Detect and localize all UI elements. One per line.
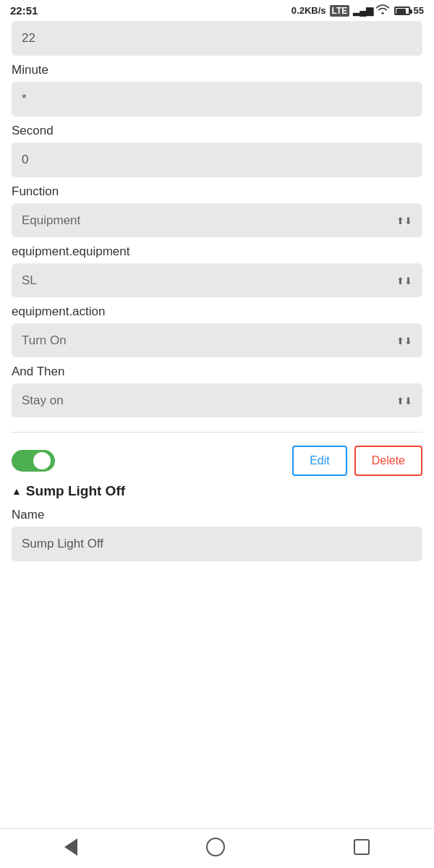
status-bar-right: 0.2KB/s LTE ▂▄▆ 55: [292, 4, 424, 17]
second-input[interactable]: [12, 142, 422, 177]
function-label: Function: [12, 184, 422, 199]
minute-label: Minute: [12, 63, 422, 77]
toggle-on-label: on: [41, 456, 51, 465]
action-row: on Edit Delete: [12, 443, 422, 483]
status-time: 22:51: [10, 4, 38, 17]
signal-bars-icon: ▂▄▆: [353, 5, 372, 16]
toggle-wrapper: on: [12, 450, 55, 472]
section-title-text: Sump Light Off: [26, 483, 125, 499]
card-buttons: Edit Delete: [292, 446, 422, 476]
and-then-select-wrapper: Stay on Turn off Nothing ⬆⬇: [12, 383, 422, 417]
function-select-wrapper: Equipment Scene Timer Macro ⬆⬇: [12, 203, 422, 237]
and-then-field-group: And Then Stay on Turn off Nothing ⬆⬇: [12, 365, 422, 417]
second-field-group: Second: [12, 124, 422, 177]
home-button[interactable]: [206, 838, 225, 856]
bottom-nav: [0, 828, 434, 868]
network-type: LTE: [330, 5, 350, 17]
function-select[interactable]: Equipment Scene Timer Macro: [12, 203, 422, 237]
name-field-group: Name: [12, 508, 422, 561]
equipment-equipment-select-wrapper: SL SL2 SL3 ⬆⬇: [12, 263, 422, 297]
name-label: Name: [12, 508, 422, 522]
equipment-equipment-select[interactable]: SL SL2 SL3: [12, 263, 422, 297]
toggle-slider: on: [12, 450, 55, 472]
battery-level: 55: [414, 5, 424, 16]
and-then-label: And Then: [12, 365, 422, 379]
recents-button[interactable]: [354, 839, 370, 855]
enabled-toggle[interactable]: on: [12, 450, 55, 472]
hour-input[interactable]: [12, 21, 422, 56]
home-icon: [206, 838, 225, 856]
minute-field-group: Minute: [12, 63, 422, 116]
section-title: ▲ Sump Light Off: [12, 483, 422, 499]
chevron-up-icon: ▲: [12, 485, 22, 497]
function-field-group: Function Equipment Scene Timer Macro ⬆⬇: [12, 184, 422, 237]
data-speed: 0.2KB/s: [292, 5, 326, 16]
edit-button[interactable]: Edit: [292, 446, 347, 476]
equipment-action-select-wrapper: Turn On Turn Off Toggle ⬆⬇: [12, 323, 422, 357]
second-label: Second: [12, 124, 422, 138]
equipment-action-select[interactable]: Turn On Turn Off Toggle: [12, 323, 422, 357]
back-button[interactable]: [64, 838, 77, 856]
name-input[interactable]: [12, 527, 422, 561]
delete-button[interactable]: Delete: [354, 446, 422, 476]
back-icon: [64, 838, 77, 856]
and-then-select[interactable]: Stay on Turn off Nothing: [12, 383, 422, 417]
equipment-action-label: equipment.action: [12, 305, 422, 319]
equipment-equipment-label: equipment.equipment: [12, 244, 422, 259]
status-bar: 22:51 0.2KB/s LTE ▂▄▆ 55: [0, 0, 434, 21]
hour-field-group: [12, 21, 422, 56]
equipment-equipment-field-group: equipment.equipment SL SL2 SL3 ⬆⬇: [12, 244, 422, 297]
form-content: Minute Second Function Equipment Scene T…: [0, 21, 434, 561]
battery-icon: [394, 7, 410, 15]
wifi-icon: [376, 4, 389, 17]
section-divider: [12, 432, 422, 433]
minute-input[interactable]: [12, 82, 422, 116]
equipment-action-field-group: equipment.action Turn On Turn Off Toggle…: [12, 305, 422, 357]
recents-icon: [354, 839, 370, 855]
